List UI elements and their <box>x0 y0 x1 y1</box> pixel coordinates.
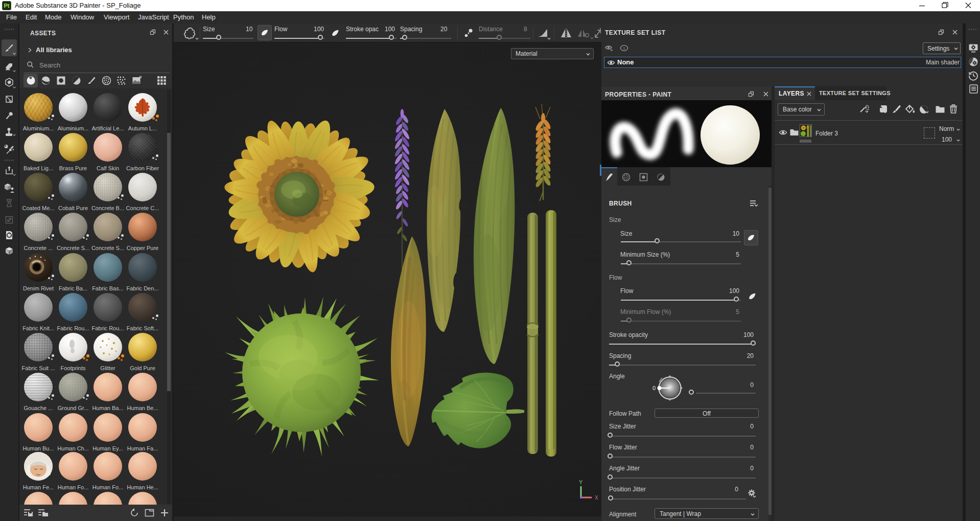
svg-text:1: 1 <box>623 46 625 51</box>
svg-text:Y: Y <box>579 479 583 485</box>
svg-text:X: X <box>595 495 598 501</box>
